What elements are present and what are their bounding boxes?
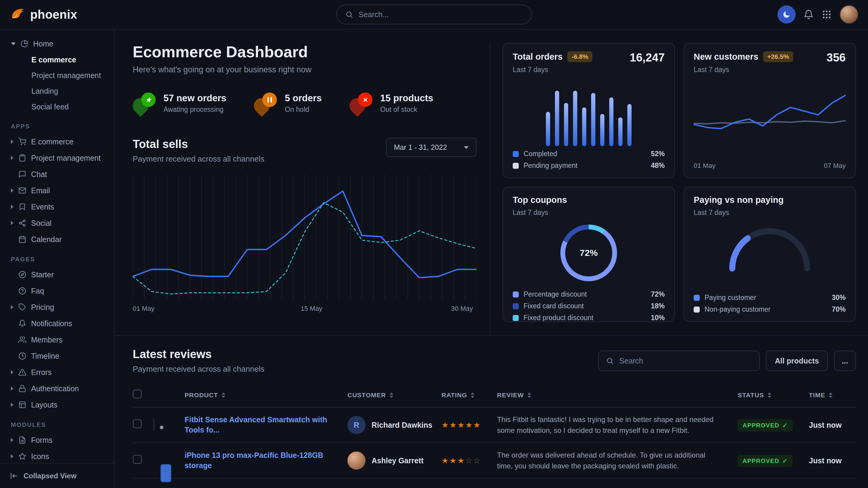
product-link[interactable]: iPhone 13 pro max-Pacific Blue-128GB sto… [185, 450, 347, 471]
star-filled-icon: ★ [450, 456, 457, 465]
stat-new-orders: ★ 57 new orders Awating processing [133, 93, 226, 113]
x-tick: 30 May [451, 305, 473, 313]
date-range-value: Mar 1 - 31, 2022 [394, 143, 447, 152]
sidebar-item-label: Calendar [31, 235, 62, 244]
column-header-time[interactable]: TIME [809, 392, 856, 399]
stat-caption: On hold [285, 105, 321, 113]
row-checkbox[interactable] [133, 419, 142, 428]
reviews-search-input[interactable] [619, 357, 752, 365]
sort-icon [527, 392, 531, 398]
sidebar-item-label: Forms [31, 436, 53, 445]
sidebar-item-faq[interactable]: Faq [7, 283, 107, 299]
star-filled-icon: ★ [473, 421, 481, 429]
x-tick: 15 May [301, 305, 322, 313]
all-products-filter-button[interactable]: All products [766, 351, 828, 371]
legend-row: Paying customer 30% [694, 294, 846, 302]
chevron-down-icon [464, 146, 469, 149]
phoenix-logo-icon [10, 7, 25, 22]
sidebar-item-project-management-dashboard[interactable]: Project management [7, 67, 107, 83]
review-text: The order was delivered ahead of schedul… [497, 450, 738, 471]
apps-grid-button[interactable] [822, 9, 832, 20]
clock-icon [18, 352, 27, 360]
collapse-icon [10, 472, 18, 480]
legend-row: Fixed product discount 10% [513, 314, 665, 322]
sidebar-item-social[interactable]: Social [7, 215, 107, 231]
chevron-right-icon [11, 188, 13, 193]
check-icon: ✓ [782, 422, 788, 429]
notifications-button[interactable] [803, 9, 814, 20]
collapse-label: Collapsed View [24, 472, 76, 480]
table-row: Fitbit Sense Advanced Smartwatch with To… [133, 408, 856, 443]
table-row: iPhone 13 pro max-Pacific Blue-128GB sto… [133, 443, 856, 479]
brand-logo[interactable]: phoenix [10, 7, 77, 22]
column-header-status[interactable]: STATUS [738, 392, 809, 399]
column-header-product[interactable]: PRODUCT [185, 392, 347, 399]
cart-icon [18, 138, 27, 145]
sidebar-item-starter[interactable]: Starter [7, 266, 107, 283]
sidebar-item-project-management-app[interactable]: Project management [7, 150, 107, 166]
column-header-review[interactable]: REVIEW [497, 392, 738, 399]
sidebar-item-timeline[interactable]: Timeline [7, 348, 107, 364]
more-options-button[interactable]: ... [834, 351, 856, 371]
sidebar-item-members[interactable]: Members [7, 331, 107, 348]
legend-row: Pending payment 48% [513, 162, 665, 170]
stat-value: 5 orders [285, 93, 321, 104]
sidebar-item-layouts[interactable]: Layouts [7, 397, 107, 413]
bell-icon [18, 320, 27, 327]
legend-label: Completed [524, 150, 557, 158]
sidebar: Home E commerce Project management Landi… [0, 30, 115, 488]
search-input[interactable] [359, 10, 523, 19]
card-period: Last 7 days [694, 208, 783, 217]
legend-row: Percentage discount 72% [513, 290, 665, 298]
sidebar-item-ecommerce-dashboard[interactable]: E commerce [7, 52, 107, 67]
sidebar-item-home[interactable]: Home [7, 36, 107, 52]
coupons-donut-chart: 72% [557, 222, 620, 284]
compass-icon [18, 271, 27, 279]
chevron-right-icon [11, 156, 13, 160]
sidebar-item-authentication[interactable]: Authentication [7, 380, 107, 397]
reviews-table: PRODUCT CUSTOMER RATING REVIEW STATUS TI… [133, 383, 856, 488]
review-text: This Fitbit is fantastic! I was trying t… [497, 414, 738, 436]
sidebar-item-social-feed[interactable]: Social feed [7, 99, 107, 115]
sidebar-item-chat[interactable]: Chat [7, 166, 107, 182]
sidebar-item-notifications[interactable]: Notifications [7, 315, 107, 331]
quick-stats: ★ 57 new orders Awating processing [133, 93, 476, 113]
sidebar-item-landing[interactable]: Landing [7, 83, 107, 99]
sidebar-item-label: Landing [31, 87, 58, 96]
moon-icon [782, 10, 791, 19]
row-checkbox[interactable] [133, 455, 142, 464]
sidebar-item-calendar[interactable]: Calendar [7, 231, 107, 248]
sidebar-item-email[interactable]: Email [7, 182, 107, 199]
product-thumbnail [153, 419, 154, 431]
sidebar-item-label: Members [31, 335, 62, 344]
sidebar-item-events[interactable]: Events [7, 199, 107, 215]
on-hold-icon [254, 93, 277, 113]
card-value: 356 [827, 51, 846, 64]
sidebar-item-icons[interactable]: Icons [7, 448, 107, 463]
collapse-sidebar-button[interactable]: Collapsed View [0, 463, 114, 488]
legend-row: Completed 52% [513, 150, 665, 158]
navbar-actions [777, 5, 858, 24]
select-all-checkbox[interactable] [133, 389, 142, 398]
sidebar-item-ecommerce-app[interactable]: E commerce [7, 133, 107, 150]
product-link[interactable]: Fitbit Sense Advanced Smartwatch with To… [185, 415, 347, 435]
theme-toggle-button[interactable] [777, 5, 796, 24]
sidebar-item-label: Pricing [31, 303, 54, 312]
column-header-rating[interactable]: RATING [441, 392, 497, 399]
status-badge: APPROVED✓ [738, 419, 793, 431]
sidebar-item-label: Home [33, 39, 53, 48]
bell-icon [803, 9, 814, 20]
legend-value: 30% [832, 294, 846, 302]
pause-icon [268, 97, 272, 102]
sidebar-item-errors[interactable]: Errors [7, 364, 107, 380]
tag-icon [18, 303, 27, 311]
sidebar-item-pricing[interactable]: Pricing [7, 299, 107, 315]
table-header-row: PRODUCT CUSTOMER RATING REVIEW STATUS TI… [133, 383, 856, 408]
column-header-customer[interactable]: CUSTOMER [347, 392, 441, 399]
user-avatar[interactable] [840, 5, 858, 24]
card-period: Last 7 days [513, 208, 567, 217]
sidebar-item-forms[interactable]: Forms [7, 432, 107, 448]
x-axis-labels: 01 May 07 May [694, 162, 846, 170]
date-range-select[interactable]: Mar 1 - 31, 2022 [386, 138, 476, 157]
top-coupons-card: Top coupons Last 7 days 72% Percentage d [502, 187, 675, 322]
